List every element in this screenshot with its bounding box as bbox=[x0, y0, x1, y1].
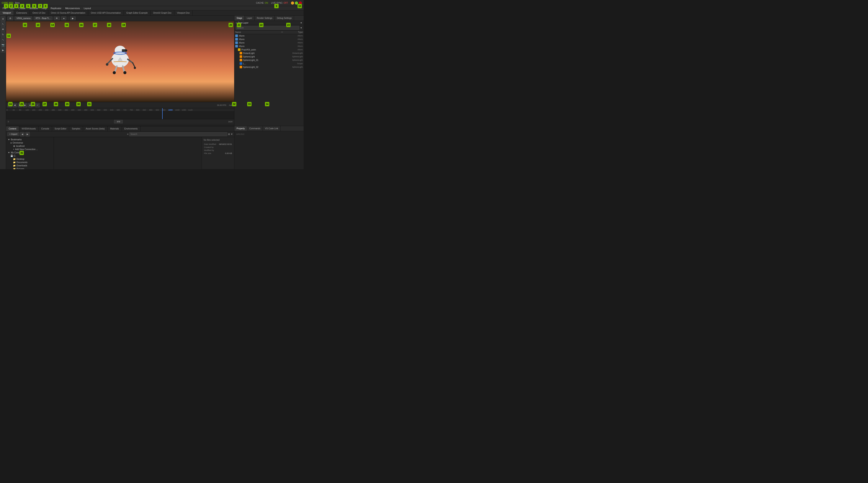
tl-last[interactable]: ⏭ bbox=[28, 103, 33, 108]
xform1-type: Xform bbox=[298, 35, 303, 37]
select-tool[interactable]: ⚙ bbox=[1, 17, 5, 21]
maximize-button[interactable]: □ bbox=[295, 2, 298, 5]
tl-next[interactable]: ▶ bbox=[23, 103, 27, 108]
tree-pictures[interactable]: 📁 Pictures bbox=[6, 167, 54, 169]
tree-drive-c[interactable]: 💾 C: bbox=[6, 154, 54, 157]
minimize-button[interactable]: − bbox=[291, 2, 294, 5]
camera-selector[interactable]: VRKit_camera bbox=[14, 17, 32, 20]
tree-omniverse[interactable]: ● Omniverse bbox=[6, 141, 54, 145]
stage-item-spherelight01[interactable]: SphereLight_01 SphereLight bbox=[235, 58, 304, 62]
stage-item-xform-4[interactable]: Xform Xform bbox=[235, 44, 304, 48]
stage-item-spherelight[interactable]: SphereLight SphereLight bbox=[235, 55, 304, 58]
tab-graph-editor[interactable]: Graph Editor Example bbox=[124, 10, 151, 16]
prop-tab-commands[interactable]: Commands bbox=[247, 126, 263, 131]
tree-downloads[interactable]: 📁 Downloads bbox=[6, 164, 54, 167]
stage-item-spherelight02[interactable]: SphereLight_02 SphereLight bbox=[235, 65, 304, 69]
stage-item-propvkit[interactable]: PropVKIt_anim Xform bbox=[235, 48, 304, 52]
playhead[interactable] bbox=[162, 108, 163, 119]
tl-play[interactable]: ▶ bbox=[18, 103, 22, 108]
back-button[interactable]: ◀ bbox=[20, 132, 25, 137]
right-panel: Stage Layer Render Settings Debug Settin… bbox=[234, 16, 304, 169]
rp-tab-render[interactable]: Render Settings bbox=[254, 16, 275, 21]
tl-first[interactable]: ⏮ bbox=[7, 103, 12, 108]
title-bar: CODE 2021 Beta CACHE: ON LIVE SYNC: OFF … bbox=[0, 0, 304, 6]
app-logo: CODE 2021 bbox=[2, 2, 13, 4]
cache-status: CACHE: ON bbox=[256, 2, 268, 4]
visibility-toggle[interactable]: 👁 bbox=[54, 17, 60, 20]
tab-omni-ui-doc[interactable]: Omni::UI Doc bbox=[30, 10, 49, 16]
stage-item-xform-3[interactable]: Xform Xform bbox=[235, 41, 304, 44]
scope-name: L... bbox=[243, 62, 246, 65]
import-button[interactable]: + Import bbox=[7, 132, 19, 136]
content-search-input[interactable] bbox=[129, 132, 227, 136]
current-frame-input[interactable] bbox=[114, 120, 123, 123]
prop-tab-property[interactable]: Property bbox=[235, 126, 247, 131]
stage-filter-icon[interactable]: ▼ bbox=[300, 22, 302, 24]
renderer-selector[interactable]: RTX - Real-Ti... bbox=[34, 17, 53, 20]
tab-omni-usd[interactable]: Omni::USD API Documentation bbox=[88, 10, 124, 16]
viewport-play[interactable]: ▶ bbox=[70, 17, 76, 20]
menu-help[interactable]: Help bbox=[40, 6, 49, 10]
content-tab-materials[interactable]: Materials bbox=[107, 126, 122, 131]
xform3-type: Xform bbox=[298, 42, 303, 44]
camera-tool[interactable]: 📷 bbox=[1, 42, 5, 47]
tab-extensions[interactable]: Extensions bbox=[14, 10, 30, 16]
forward-button[interactable]: ▶ bbox=[25, 132, 30, 137]
stage-search-filter[interactable]: ▼ bbox=[300, 27, 302, 29]
timeline-bottom: 0 1620 bbox=[6, 119, 234, 124]
rp-tab-layer[interactable]: Layer bbox=[245, 16, 254, 21]
content-tab-content[interactable]: Content bbox=[6, 126, 19, 131]
close-button[interactable]: × bbox=[299, 2, 302, 5]
timeline-track[interactable]: 0 40 80 120 160 200 240 280 320 360 400 … bbox=[6, 108, 234, 119]
settings-button[interactable]: ⚙ bbox=[7, 17, 13, 20]
menu-create[interactable]: Create bbox=[17, 6, 27, 10]
timeline-area: ⏮ ◀ ▶ ▶ ⏭ ↩ 30.00 FPS Auto 0 40 80 120 1… bbox=[6, 102, 234, 126]
grid-view-icon[interactable]: ⊞ bbox=[228, 133, 230, 135]
content-tab-nvidia[interactable]: NVIDIA Assets bbox=[19, 126, 39, 131]
menu-layout[interactable]: Layout bbox=[82, 6, 93, 10]
menu-edit[interactable]: Edit bbox=[9, 6, 16, 10]
stage-item-distantlight[interactable]: DistantLight DistantLight bbox=[235, 52, 304, 55]
play-tool[interactable]: ▶ bbox=[1, 48, 5, 53]
menu-window[interactable]: Window bbox=[28, 6, 40, 10]
tab-viewport-doc[interactable]: Viewport Doc bbox=[174, 10, 192, 16]
prop-tab-vscode[interactable]: VS Code Link bbox=[263, 126, 281, 131]
propvkit-name: PropVKIt_anim bbox=[241, 49, 256, 51]
stage-tree: Name 👁 Type Xform Xform Xform Xform Xfor… bbox=[235, 31, 304, 126]
record-button[interactable]: ● bbox=[61, 17, 66, 20]
tl-prev[interactable]: ◀ bbox=[12, 103, 17, 108]
content-tab-console[interactable]: Console bbox=[39, 126, 52, 131]
rotate-tool[interactable]: ↻ bbox=[1, 32, 5, 37]
rp-tab-debug[interactable]: Debug Settings bbox=[275, 16, 294, 21]
content-tab-script[interactable]: Script Editor bbox=[52, 126, 69, 131]
menu-microservices[interactable]: Microservices bbox=[64, 6, 82, 10]
menu-replicator[interactable]: Replicator bbox=[49, 6, 63, 10]
tab-omniui-graph[interactable]: OmniUI Graph Doc bbox=[151, 10, 174, 16]
xform1-name: Xform bbox=[239, 35, 245, 37]
tree-localhost[interactable]: 🖥 localhost bbox=[6, 145, 54, 148]
stage-search-input[interactable] bbox=[236, 26, 299, 30]
content-tab-asset-scores[interactable]: Asset Scores (beta) bbox=[83, 126, 107, 131]
menu-file[interactable]: File bbox=[1, 6, 8, 10]
tab-viewport[interactable]: Viewport bbox=[0, 10, 14, 16]
content-tab-environments[interactable]: Environments bbox=[122, 126, 141, 131]
content-tab-samples[interactable]: Samples bbox=[69, 126, 83, 131]
stage-item-scope[interactable]: L... Scope bbox=[235, 62, 304, 65]
scale-tool[interactable]: ⤡ bbox=[1, 37, 5, 42]
tab-omni-ui-scena[interactable]: Omni::UI Scena API Documentation bbox=[49, 10, 88, 16]
tl-loop[interactable]: ↩ bbox=[35, 103, 40, 108]
localhost-label: localhost bbox=[16, 145, 25, 147]
tree-bookmarks[interactable]: ▼ Bookmarks bbox=[6, 138, 54, 141]
timeline-toolbar: ⏮ ◀ ▶ ▶ ⏭ ↩ 30.00 FPS Auto bbox=[6, 102, 234, 108]
tree-mycomputer[interactable]: ▼ My Computer bbox=[6, 151, 54, 154]
move-tool[interactable]: ✥ bbox=[1, 27, 5, 32]
rp-tab-stage[interactable]: Stage bbox=[235, 16, 245, 21]
stage-item-xform-1[interactable]: Xform Xform bbox=[235, 34, 304, 37]
tree-add-connection[interactable]: + Add New Connection ... bbox=[6, 148, 54, 151]
stage-item-xform-2[interactable]: Xform Xform bbox=[235, 37, 304, 41]
filter-button[interactable]: ▼ bbox=[231, 133, 233, 135]
tree-desktop[interactable]: 📁 Desktop bbox=[6, 157, 54, 161]
tree-documents[interactable]: 📁 Documents bbox=[6, 161, 54, 164]
pointer-tool[interactable]: ↖ bbox=[1, 22, 5, 27]
filter-icon[interactable]: ≡ bbox=[127, 133, 129, 135]
